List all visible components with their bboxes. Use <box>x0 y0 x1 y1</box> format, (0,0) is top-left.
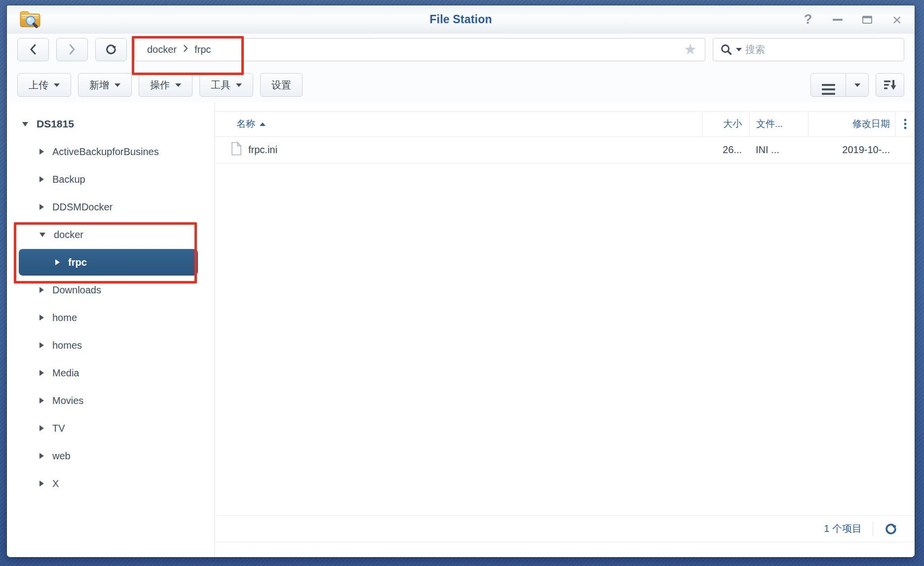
chevron-collapsed-icon[interactable] <box>39 342 44 348</box>
search-input[interactable] <box>745 44 897 55</box>
list-view-button[interactable] <box>811 74 846 96</box>
close-icon[interactable]: × <box>891 14 903 26</box>
action-button[interactable]: 操作 <box>139 73 192 97</box>
breadcrumb-item-docker[interactable]: docker <box>147 44 177 55</box>
file-station-app-icon <box>19 9 41 31</box>
sidebar-item-activebackupforbusiness[interactable]: ActiveBackupforBusines <box>7 138 214 165</box>
sidebar-item-label: web <box>52 450 71 462</box>
toolbar: 上传 新增 操作 工具 设置 <box>7 65 915 103</box>
chevron-down-icon <box>115 83 120 87</box>
sidebar-item-label: Media <box>52 367 79 379</box>
content-area: DS1815 ActiveBackupforBusines Backup DDS… <box>7 103 915 557</box>
sidebar-item-movies[interactable]: Movies <box>7 387 214 414</box>
column-header-modified-date[interactable]: 修改日期 <box>808 112 895 136</box>
sidebar-item-ds1815[interactable]: DS1815 <box>7 110 214 138</box>
chevron-collapsed-icon[interactable] <box>39 398 44 404</box>
breadcrumb-item-frpc[interactable]: frpc <box>194 44 211 55</box>
navigation-bar: docker frpc ★ <box>7 34 915 65</box>
forward-button[interactable] <box>56 38 88 61</box>
chevron-collapsed-icon[interactable] <box>39 204 44 210</box>
title-bar: File Station ? × <box>7 5 915 34</box>
refresh-icon <box>884 522 898 536</box>
settings-button[interactable]: 设置 <box>260 73 303 97</box>
sidebar-item-label: home <box>52 312 77 323</box>
sort-descending-icon <box>883 79 897 91</box>
sidebar-item-downloads[interactable]: Downloads <box>7 276 214 304</box>
breadcrumb: docker frpc ★ <box>134 38 705 61</box>
create-button-label: 新增 <box>89 79 109 92</box>
search-icon[interactable] <box>720 43 732 56</box>
sidebar-item-backup[interactable]: Backup <box>7 165 214 193</box>
sidebar-item-frpc[interactable]: frpc <box>19 249 198 276</box>
search-scope-caret-icon[interactable] <box>736 48 742 51</box>
favorite-star-icon[interactable]: ★ <box>684 42 697 57</box>
file-type: INI ... <box>749 137 808 163</box>
sidebar-item-tv[interactable]: TV <box>7 414 214 442</box>
column-options-button[interactable] <box>895 112 915 136</box>
file-modified-date: 2019-10-... <box>808 137 895 163</box>
sidebar-item-label: docker <box>54 229 83 241</box>
breadcrumb-separator-icon <box>183 44 188 54</box>
status-divider <box>873 522 873 536</box>
column-header-label: 大小 <box>723 118 742 130</box>
create-button[interactable]: 新增 <box>78 73 132 97</box>
column-header-label: 修改日期 <box>852 118 890 130</box>
sidebar-item-ddsmdocker[interactable]: DDSMDocker <box>7 193 214 221</box>
column-header-name[interactable]: 名称 <box>215 112 702 136</box>
back-button[interactable] <box>17 38 49 61</box>
sidebar-item-docker[interactable]: docker <box>7 221 214 248</box>
sidebar-item-label: Backup <box>52 174 85 185</box>
chevron-expanded-icon[interactable] <box>22 122 28 126</box>
item-count: 1 个项目 <box>824 522 862 535</box>
search-box <box>713 38 904 61</box>
sidebar-item-label: Downloads <box>52 284 101 296</box>
chevron-expanded-icon[interactable] <box>39 233 45 237</box>
sidebar-item-x[interactable]: X <box>7 470 214 497</box>
maximize-icon[interactable] <box>861 14 873 26</box>
file-size: 26... <box>702 137 749 163</box>
file-icon <box>231 142 242 158</box>
chevron-down-icon <box>175 83 181 87</box>
chevron-down-icon <box>854 83 860 87</box>
sidebar-item-media[interactable]: Media <box>7 359 214 387</box>
status-bar: 1 个项目 <box>215 515 915 542</box>
chevron-collapsed-icon[interactable] <box>55 259 60 265</box>
sidebar-item-home[interactable]: home <box>7 304 214 331</box>
minimize-icon[interactable] <box>832 14 844 26</box>
sidebar-item-label: ActiveBackupforBusines <box>52 146 159 158</box>
tools-button[interactable]: 工具 <box>199 73 253 97</box>
view-mode-dropdown[interactable] <box>846 74 868 96</box>
chevron-collapsed-icon[interactable] <box>39 425 44 431</box>
sidebar-item-homes[interactable]: homes <box>7 331 214 359</box>
chevron-collapsed-icon[interactable] <box>39 370 44 376</box>
status-refresh-button[interactable] <box>884 522 898 536</box>
sidebar-item-label: homes <box>52 340 82 351</box>
chevron-collapsed-icon[interactable] <box>39 315 44 321</box>
sidebar-item-label: Movies <box>52 395 83 406</box>
sidebar-item-label: frpc <box>68 257 87 268</box>
chevron-collapsed-icon[interactable] <box>39 176 44 182</box>
column-header-size[interactable]: 大小 <box>702 112 749 136</box>
column-header-type[interactable]: 文件... <box>749 112 808 136</box>
column-header-label: 文件... <box>756 118 783 130</box>
settings-button-label: 设置 <box>271 79 291 92</box>
sidebar-folder-tree: DS1815 ActiveBackupforBusines Backup DDS… <box>7 103 215 557</box>
chevron-collapsed-icon[interactable] <box>39 481 44 486</box>
help-icon[interactable]: ? <box>802 14 814 26</box>
chevron-collapsed-icon[interactable] <box>39 149 44 155</box>
refresh-button[interactable] <box>95 38 127 61</box>
action-button-label: 操作 <box>150 79 170 92</box>
sidebar-item-label: DDSMDocker <box>52 202 113 213</box>
tools-button-label: 工具 <box>211 79 231 92</box>
upload-button[interactable]: 上传 <box>17 73 71 97</box>
sort-button[interactable] <box>876 73 904 97</box>
sidebar-item-label: DS1815 <box>37 118 74 130</box>
column-header-label: 名称 <box>236 118 255 130</box>
chevron-down-icon <box>236 83 242 87</box>
page-title: File Station <box>7 13 915 26</box>
chevron-collapsed-icon[interactable] <box>39 287 44 293</box>
table-row[interactable]: frpc.ini 26... INI ... 2019-10-... <box>215 137 915 163</box>
chevron-collapsed-icon[interactable] <box>39 453 44 459</box>
sidebar-item-web[interactable]: web <box>7 442 214 470</box>
file-name: frpc.ini <box>248 144 277 156</box>
